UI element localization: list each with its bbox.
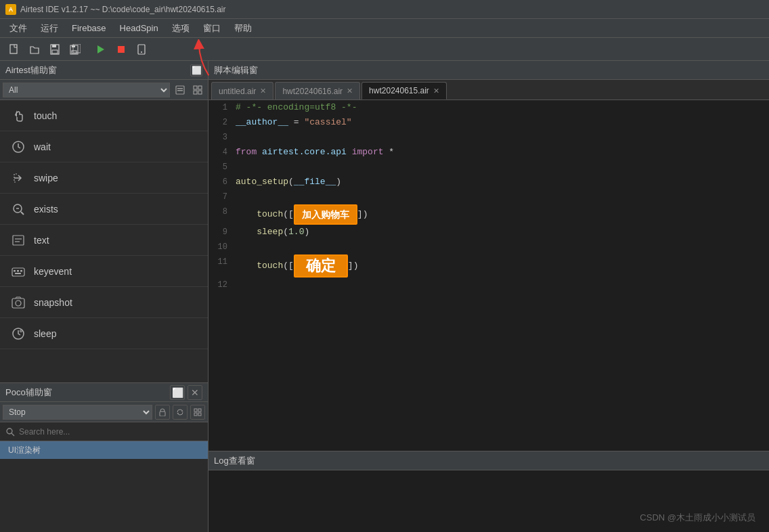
poco-lock-icon[interactable] <box>155 405 170 420</box>
menu-run[interactable]: 运行 <box>34 20 65 37</box>
svg-rect-17 <box>194 91 197 94</box>
poco-stop-select[interactable]: Stop <box>3 405 152 420</box>
svg-rect-0 <box>10 45 17 53</box>
poco-refresh-icon[interactable] <box>173 405 188 420</box>
stop-button[interactable] <box>112 41 130 58</box>
menu-bar: 文件 运行 Firebase HeadSpin 选项 窗口 帮助 <box>0 19 769 38</box>
tab-untitled[interactable]: untitled.air ✕ <box>211 82 273 99</box>
line-content-11: touch([确定]) <box>233 254 769 278</box>
poco-close-icon[interactable]: ✕ <box>188 385 202 400</box>
line-num-9: 9 <box>208 225 233 240</box>
sidebar-item-sleep[interactable]: sleep <box>0 318 208 349</box>
open-button[interactable] <box>26 41 43 58</box>
tab-hwt20240616[interactable]: hwt20240616.air ✕ <box>275 82 360 99</box>
text-icon <box>11 233 26 248</box>
svg-rect-38 <box>198 409 201 412</box>
sidebar: Airtest辅助窗 ⬜ All <box>0 61 208 532</box>
svg-rect-26 <box>12 268 24 276</box>
code-line-4: 4 from airtest.core.api import * <box>208 145 769 160</box>
filter-icon-1[interactable] <box>173 83 188 97</box>
svg-rect-37 <box>194 409 197 412</box>
run-button[interactable] <box>92 41 110 58</box>
toolbar <box>0 38 769 61</box>
poco-toolbar: Stop <box>0 402 208 422</box>
filter-row: All <box>0 80 208 100</box>
svg-line-21 <box>21 212 24 215</box>
svg-rect-31 <box>12 298 24 308</box>
line-content-3 <box>233 130 769 145</box>
tab-hwt20240616-close[interactable]: ✕ <box>347 87 353 95</box>
poco-panel-header: Poco辅助窗 ⬜ ✕ <box>0 383 208 402</box>
code-line-9: 9 sleep(1.0) <box>208 225 769 240</box>
sidebar-item-exists[interactable]: exists <box>0 194 208 225</box>
svg-rect-40 <box>198 413 201 416</box>
svg-rect-36 <box>160 412 165 416</box>
sidebar-item-snapshot[interactable]: snapshot <box>0 287 208 318</box>
device-button[interactable] <box>133 41 150 58</box>
menu-window[interactable]: 窗口 <box>196 20 227 37</box>
sidebar-item-wait[interactable]: wait <box>0 131 208 162</box>
tab-hwt20240615-close[interactable]: ✕ <box>433 87 439 95</box>
line-content-12 <box>233 278 769 292</box>
wait-label: wait <box>34 141 51 152</box>
svg-rect-5 <box>72 45 75 47</box>
svg-rect-13 <box>177 88 183 89</box>
line-content-2: __author__ = "cassiel" <box>233 115 769 130</box>
ui-tree-item[interactable]: UI渲染树 <box>0 441 208 459</box>
line-content-4: from airtest.core.api import * <box>233 145 769 160</box>
wait-icon <box>11 139 26 154</box>
line-num-5: 5 <box>208 160 233 175</box>
sleep-label: sleep <box>34 328 56 339</box>
menu-firebase[interactable]: Firebase <box>65 20 113 36</box>
code-line-5: 5 <box>208 160 769 175</box>
svg-point-41 <box>7 428 12 434</box>
code-line-3: 3 <box>208 130 769 145</box>
sidebar-item-text[interactable]: text <box>0 225 208 256</box>
tabs-bar: untitled.air ✕ hwt20240616.air ✕ hwt2024… <box>208 80 769 100</box>
svg-rect-2 <box>52 45 56 47</box>
save-button[interactable] <box>46 41 64 58</box>
filter-icon-2[interactable] <box>190 83 205 97</box>
new-button[interactable] <box>5 41 23 58</box>
tab-untitled-close[interactable]: ✕ <box>260 87 266 95</box>
svg-marker-8 <box>97 45 104 53</box>
svg-rect-27 <box>14 270 16 272</box>
poco-grid-icon[interactable] <box>190 405 205 420</box>
poco-minimize-icon[interactable]: ⬜ <box>170 385 185 400</box>
line-num-2: 2 <box>208 115 233 130</box>
poco-search-row <box>0 422 208 441</box>
poco-search-input[interactable] <box>19 427 202 437</box>
code-line-6: 6 auto_setup(__file__) <box>208 175 769 190</box>
menu-file[interactable]: 文件 <box>3 20 34 37</box>
svg-rect-18 <box>198 91 202 94</box>
sidebar-item-swipe[interactable]: swipe <box>0 162 208 194</box>
code-editor[interactable]: 1 # -*- encoding=utf8 -*- 2 __author__ =… <box>208 100 769 451</box>
line-content-8: touch([加入购物车]) <box>233 204 769 225</box>
main-layout: Airtest辅助窗 ⬜ All <box>0 61 769 532</box>
code-line-1: 1 # -*- encoding=utf8 -*- <box>208 100 769 115</box>
tab-hwt20240615[interactable]: hwt20240615.air ✕ <box>361 82 447 99</box>
watermark: CSDN @木土雨成小小测试员 <box>640 512 755 524</box>
sidebar-item-keyevent[interactable]: keyevent <box>0 256 208 287</box>
menu-help[interactable]: 帮助 <box>227 20 259 37</box>
log-header: Log查看窗 <box>208 451 769 470</box>
filter-select[interactable]: All <box>3 83 170 97</box>
search-icon <box>5 427 15 437</box>
menu-options[interactable]: 选项 <box>165 20 196 37</box>
editor-area: 脚本编辑窗 untitled.air ✕ hwt20240616.air ✕ h… <box>208 61 769 532</box>
tab-hwt20240615-label: hwt20240615.air <box>369 86 429 95</box>
save-all-button[interactable] <box>66 41 84 58</box>
line-num-3: 3 <box>208 130 233 145</box>
sidebar-item-touch[interactable]: touch <box>0 100 208 131</box>
log-title: Log查看窗 <box>214 455 255 467</box>
code-line-8: 8 touch([加入购物车]) <box>208 204 769 225</box>
menu-headspin[interactable]: HeadSpin <box>113 20 165 36</box>
app-icon: A <box>5 4 16 15</box>
airtest-expand-icon[interactable]: ⬜ <box>190 64 202 76</box>
watermark-text: CSDN @木土雨成小小测试员 <box>640 512 755 523</box>
line-num-4: 4 <box>208 145 233 160</box>
line-content-6: auto_setup(__file__) <box>233 175 769 190</box>
poco-panel-title: Poco辅助窗 <box>5 386 52 399</box>
code-line-2: 2 __author__ = "cassiel" <box>208 115 769 130</box>
snapshot-label: snapshot <box>34 297 72 308</box>
